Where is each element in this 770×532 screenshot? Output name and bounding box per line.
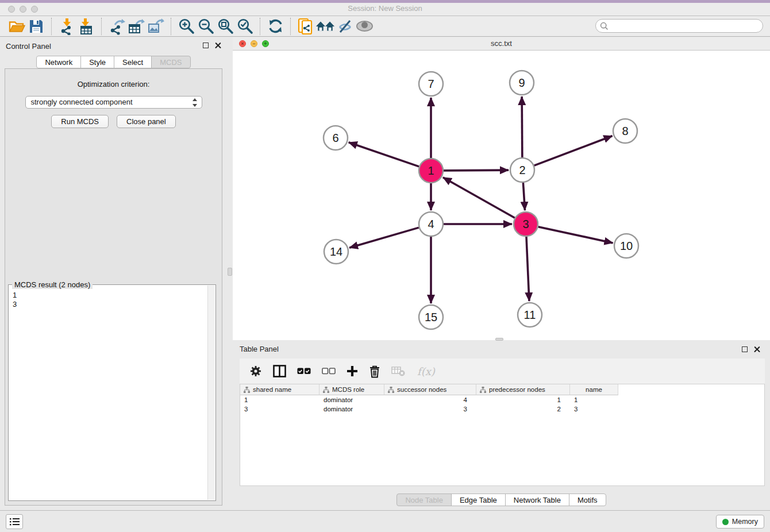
zoom-fit-button[interactable] (215, 17, 235, 36)
delete-table-button[interactable] (391, 365, 406, 377)
export-image-button[interactable] (146, 17, 165, 36)
cell-successor-nodes: 4 (384, 396, 476, 403)
tab-mcds[interactable]: MCDS (151, 56, 190, 68)
close-panel-button[interactable]: Close panel (117, 115, 176, 128)
export-table-icon (128, 18, 145, 35)
list-icon (10, 518, 20, 526)
graph-edge-3-1[interactable] (443, 178, 515, 218)
graph-node-label-9: 9 (518, 76, 525, 89)
zoom-selected-icon (237, 18, 253, 34)
network-window-titlebar: × − + scc.txt (233, 37, 770, 51)
control-panel-header: Control Panel (0, 37, 227, 55)
graph-node-label-3: 3 (522, 218, 529, 230)
tab-motifs[interactable]: Motifs (569, 494, 606, 506)
tab-node-table[interactable]: Node Table (396, 494, 452, 506)
tab-edge-table[interactable]: Edge Table (451, 494, 506, 506)
node-table[interactable]: shared name MCDS role successor nodes pr… (240, 384, 765, 486)
graph-node-label-14: 14 (330, 245, 342, 258)
table-settings-button[interactable] (249, 365, 262, 377)
optimization-criterion-value: strongly connected component (31, 98, 133, 106)
graph-edge-2-8[interactable] (534, 136, 613, 166)
tab-select[interactable]: Select (114, 56, 152, 68)
window-titlebar: Session: New Session (0, 0, 770, 16)
table-row[interactable]: 1 dominator 4 1 1 (240, 395, 764, 404)
toolbar-separator (101, 18, 102, 35)
memory-button[interactable]: Memory (716, 515, 764, 529)
unselect-all-icon (322, 367, 336, 375)
network-document-icon (298, 18, 314, 35)
column-header-mcds-role[interactable]: MCDS role (319, 384, 384, 395)
column-header-predecessor-nodes[interactable]: predecessor nodes (476, 384, 570, 395)
function-builder-button[interactable]: f(x) (417, 365, 435, 377)
unselect-all-button[interactable] (322, 367, 336, 375)
control-panel-title: Control Panel (6, 42, 51, 51)
import-network-icon (58, 18, 75, 35)
graph-edge-2-3[interactable] (523, 183, 525, 210)
graph-node-label-15: 15 (425, 311, 437, 323)
zoom-selected-button[interactable] (235, 17, 255, 36)
save-session-button[interactable] (26, 17, 46, 36)
search-icon (600, 22, 609, 30)
float-table-panel-icon[interactable] (742, 346, 748, 352)
tab-style[interactable]: Style (80, 56, 114, 68)
new-network-from-selection-button[interactable] (296, 17, 315, 36)
hierarchy-icon (323, 387, 329, 393)
search-input[interactable] (611, 21, 763, 31)
network-graph[interactable]: 7968124314101511 (233, 51, 770, 340)
hide-graphics-details-button[interactable] (335, 17, 355, 36)
cell-successor-nodes: 3 (384, 406, 476, 413)
run-mcds-button[interactable]: Run MCDS (51, 115, 109, 128)
graph-edge-4-14[interactable] (349, 228, 419, 248)
vertical-splitter-handle[interactable] (228, 268, 232, 276)
delete-table-icon (391, 365, 406, 377)
network-canvas[interactable]: 7968124314101511 (233, 51, 770, 340)
export-network-button[interactable] (107, 17, 126, 36)
main-toolbar (0, 16, 770, 37)
graph-edge-1-6[interactable] (349, 142, 419, 167)
zoom-in-button[interactable] (176, 17, 196, 36)
mcds-result-line: 3 (13, 300, 212, 309)
float-panel-icon[interactable] (203, 43, 209, 48)
search-box[interactable] (595, 19, 763, 33)
column-header-shared-name[interactable]: shared name (240, 384, 319, 395)
cell-predecessor-nodes: 1 (476, 396, 570, 403)
hierarchy-icon (480, 387, 486, 393)
graph-edge-1-2[interactable] (444, 170, 509, 171)
tab-network[interactable]: Network (36, 56, 81, 68)
tab-network-table[interactable]: Network Table (505, 494, 569, 506)
close-panel-icon[interactable] (215, 42, 221, 48)
import-network-button[interactable] (57, 17, 76, 36)
select-all-icon (297, 367, 311, 375)
graph-edge-3-10[interactable] (538, 227, 613, 243)
open-file-button[interactable] (7, 17, 26, 36)
task-history-button[interactable] (6, 514, 23, 529)
result-scrollbar[interactable] (207, 286, 215, 500)
plus-icon (346, 365, 358, 377)
show-column-button[interactable] (273, 365, 286, 377)
hierarchy-icon (244, 387, 250, 393)
cell-name: 1 (570, 396, 618, 403)
add-row-button[interactable] (346, 365, 358, 377)
graph-node-label-6: 6 (332, 132, 338, 144)
refresh-button[interactable] (265, 17, 285, 36)
optimization-criterion-select[interactable]: strongly connected component (25, 96, 202, 109)
graph-edge-2-9[interactable] (522, 97, 522, 157)
show-graphics-details-button[interactable] (355, 17, 374, 36)
optimization-criterion-label: Optimization criterion: (5, 80, 222, 88)
cell-shared-name: 1 (240, 396, 319, 403)
export-table-button[interactable] (126, 17, 146, 36)
import-table-button[interactable] (76, 17, 96, 36)
delete-row-button[interactable] (369, 365, 380, 378)
select-all-button[interactable] (297, 367, 311, 375)
table-row[interactable]: 3 dominator 3 2 3 (240, 404, 764, 414)
horizontal-splitter-handle[interactable] (495, 338, 503, 341)
first-neighbors-button[interactable] (315, 17, 335, 36)
column-header-successor-nodes[interactable]: successor nodes (384, 384, 476, 395)
graph-node-label-11: 11 (524, 309, 536, 321)
network-view-window: × − + scc.txt 7968124314101511 (233, 37, 770, 340)
cell-predecessor-nodes: 2 (476, 406, 570, 413)
zoom-out-button[interactable] (196, 17, 215, 36)
graph-edge-3-11[interactable] (526, 237, 529, 301)
close-table-panel-icon[interactable] (754, 346, 760, 352)
column-header-name[interactable]: name (570, 384, 618, 395)
